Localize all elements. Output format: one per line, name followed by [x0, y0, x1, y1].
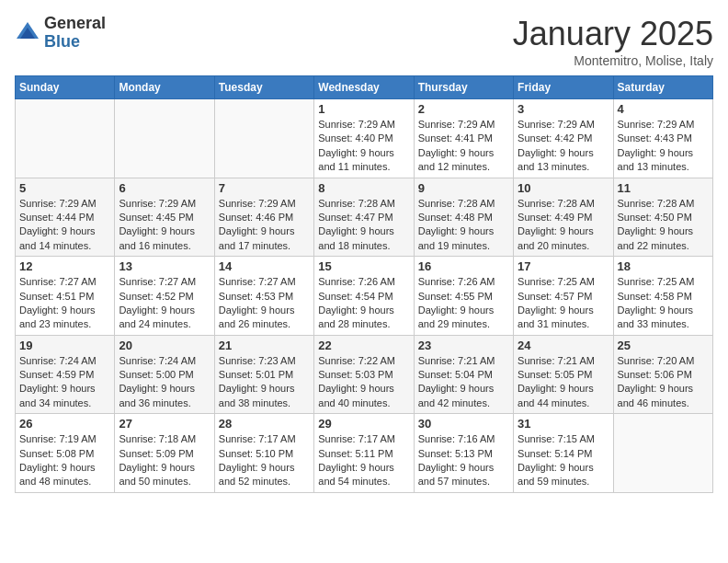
day-info: Sunrise: 7:28 AM Sunset: 4:48 PM Dayligh… — [418, 197, 509, 254]
day-info: Sunrise: 7:26 AM Sunset: 4:54 PM Dayligh… — [318, 275, 409, 332]
day-number: 28 — [219, 417, 310, 431]
week-row-1: 5Sunrise: 7:29 AM Sunset: 4:44 PM Daylig… — [16, 178, 713, 257]
day-info: Sunrise: 7:29 AM Sunset: 4:43 PM Dayligh… — [618, 118, 709, 175]
day-info: Sunrise: 7:28 AM Sunset: 4:50 PM Dayligh… — [618, 197, 709, 254]
title-block: January 2025 Montemitro, Molise, Italy — [513, 15, 713, 68]
calendar-cell: 31Sunrise: 7:15 AM Sunset: 5:14 PM Dayli… — [514, 414, 613, 493]
day-number: 8 — [318, 181, 409, 195]
day-number: 6 — [119, 181, 210, 195]
calendar-header: SundayMondayTuesdayWednesdayThursdayFrid… — [16, 76, 713, 99]
day-number: 22 — [318, 339, 409, 352]
calendar-cell: 8Sunrise: 7:28 AM Sunset: 4:47 PM Daylig… — [314, 178, 414, 257]
day-number: 31 — [518, 417, 609, 431]
day-info: Sunrise: 7:29 AM Sunset: 4:40 PM Dayligh… — [318, 118, 409, 175]
day-info: Sunrise: 7:24 AM Sunset: 4:59 PM Dayligh… — [19, 354, 110, 411]
location-subtitle: Montemitro, Molise, Italy — [513, 53, 713, 68]
day-info: Sunrise: 7:29 AM Sunset: 4:42 PM Dayligh… — [518, 118, 609, 175]
day-number: 26 — [19, 417, 110, 431]
day-number: 14 — [219, 259, 310, 273]
header-wednesday: Wednesday — [314, 76, 414, 99]
day-number: 3 — [518, 102, 609, 116]
day-number: 12 — [19, 259, 110, 273]
day-number: 21 — [219, 339, 310, 352]
day-info: Sunrise: 7:28 AM Sunset: 4:47 PM Dayligh… — [318, 197, 409, 254]
calendar-cell — [214, 99, 313, 178]
day-number: 17 — [518, 259, 609, 273]
day-info: Sunrise: 7:23 AM Sunset: 5:01 PM Dayligh… — [219, 354, 310, 411]
calendar-cell: 15Sunrise: 7:26 AM Sunset: 4:54 PM Dayli… — [314, 257, 414, 336]
header-monday: Monday — [115, 76, 214, 99]
calendar-cell: 11Sunrise: 7:28 AM Sunset: 4:50 PM Dayli… — [613, 178, 712, 257]
day-number: 4 — [618, 102, 709, 116]
calendar-cell: 17Sunrise: 7:25 AM Sunset: 4:57 PM Dayli… — [514, 257, 613, 336]
calendar-cell — [613, 414, 712, 493]
page-header: General Blue January 2025 Montemitro, Mo… — [15, 15, 713, 68]
day-number: 24 — [518, 339, 609, 352]
calendar-cell: 3Sunrise: 7:29 AM Sunset: 4:42 PM Daylig… — [514, 99, 613, 178]
day-number: 11 — [618, 181, 709, 195]
day-info: Sunrise: 7:19 AM Sunset: 5:08 PM Dayligh… — [19, 432, 110, 489]
header-tuesday: Tuesday — [214, 76, 313, 99]
calendar-cell: 21Sunrise: 7:23 AM Sunset: 5:01 PM Dayli… — [214, 335, 313, 414]
header-friday: Friday — [514, 76, 613, 99]
day-number: 23 — [418, 339, 509, 352]
month-title: January 2025 — [513, 15, 713, 53]
calendar-cell: 6Sunrise: 7:29 AM Sunset: 4:45 PM Daylig… — [115, 178, 214, 257]
logo-general: General — [44, 15, 106, 33]
day-info: Sunrise: 7:20 AM Sunset: 5:06 PM Dayligh… — [618, 354, 709, 411]
calendar-cell: 23Sunrise: 7:21 AM Sunset: 5:04 PM Dayli… — [414, 335, 513, 414]
day-number: 16 — [418, 259, 509, 273]
header-thursday: Thursday — [414, 76, 513, 99]
day-info: Sunrise: 7:27 AM Sunset: 4:51 PM Dayligh… — [19, 275, 110, 332]
calendar-cell: 18Sunrise: 7:25 AM Sunset: 4:58 PM Dayli… — [613, 257, 712, 336]
logo-text: General Blue — [44, 15, 106, 52]
day-number: 10 — [518, 181, 609, 195]
day-number: 20 — [119, 339, 210, 352]
calendar-cell: 26Sunrise: 7:19 AM Sunset: 5:08 PM Dayli… — [16, 414, 115, 493]
day-info: Sunrise: 7:27 AM Sunset: 4:53 PM Dayligh… — [219, 275, 310, 332]
calendar-cell — [16, 99, 115, 178]
day-info: Sunrise: 7:27 AM Sunset: 4:52 PM Dayligh… — [119, 275, 210, 332]
calendar-cell: 19Sunrise: 7:24 AM Sunset: 4:59 PM Dayli… — [16, 335, 115, 414]
logo: General Blue — [15, 15, 106, 52]
day-number: 1 — [318, 102, 409, 116]
calendar-cell: 28Sunrise: 7:17 AM Sunset: 5:10 PM Dayli… — [214, 414, 313, 493]
day-number: 2 — [418, 102, 509, 116]
day-info: Sunrise: 7:17 AM Sunset: 5:11 PM Dayligh… — [318, 432, 409, 489]
calendar-cell: 7Sunrise: 7:29 AM Sunset: 4:46 PM Daylig… — [214, 178, 313, 257]
header-saturday: Saturday — [613, 76, 712, 99]
week-row-4: 26Sunrise: 7:19 AM Sunset: 5:08 PM Dayli… — [16, 414, 713, 493]
calendar-cell: 9Sunrise: 7:28 AM Sunset: 4:48 PM Daylig… — [414, 178, 513, 257]
day-info: Sunrise: 7:24 AM Sunset: 5:00 PM Dayligh… — [119, 354, 210, 411]
calendar-table: SundayMondayTuesdayWednesdayThursdayFrid… — [15, 75, 713, 493]
day-info: Sunrise: 7:16 AM Sunset: 5:13 PM Dayligh… — [418, 432, 509, 489]
week-row-0: 1Sunrise: 7:29 AM Sunset: 4:40 PM Daylig… — [16, 99, 713, 178]
day-info: Sunrise: 7:21 AM Sunset: 5:05 PM Dayligh… — [518, 354, 609, 411]
day-number: 25 — [618, 339, 709, 352]
day-info: Sunrise: 7:15 AM Sunset: 5:14 PM Dayligh… — [518, 432, 609, 489]
calendar-cell: 12Sunrise: 7:27 AM Sunset: 4:51 PM Dayli… — [16, 257, 115, 336]
day-number: 13 — [119, 259, 210, 273]
day-info: Sunrise: 7:28 AM Sunset: 4:49 PM Dayligh… — [518, 197, 609, 254]
calendar-cell: 29Sunrise: 7:17 AM Sunset: 5:11 PM Dayli… — [314, 414, 414, 493]
day-number: 29 — [318, 417, 409, 431]
day-number: 30 — [418, 417, 509, 431]
day-info: Sunrise: 7:22 AM Sunset: 5:03 PM Dayligh… — [318, 354, 409, 411]
day-number: 18 — [618, 259, 709, 273]
day-info: Sunrise: 7:29 AM Sunset: 4:45 PM Dayligh… — [119, 197, 210, 254]
week-row-2: 12Sunrise: 7:27 AM Sunset: 4:51 PM Dayli… — [16, 257, 713, 336]
day-number: 7 — [219, 181, 310, 195]
calendar-cell: 22Sunrise: 7:22 AM Sunset: 5:03 PM Dayli… — [314, 335, 414, 414]
calendar-cell: 27Sunrise: 7:18 AM Sunset: 5:09 PM Dayli… — [115, 414, 214, 493]
calendar-cell — [115, 99, 214, 178]
calendar-cell: 16Sunrise: 7:26 AM Sunset: 4:55 PM Dayli… — [414, 257, 513, 336]
calendar-cell: 30Sunrise: 7:16 AM Sunset: 5:13 PM Dayli… — [414, 414, 513, 493]
day-info: Sunrise: 7:25 AM Sunset: 4:57 PM Dayligh… — [518, 275, 609, 332]
calendar-cell: 2Sunrise: 7:29 AM Sunset: 4:41 PM Daylig… — [414, 99, 513, 178]
header-row: SundayMondayTuesdayWednesdayThursdayFrid… — [16, 76, 713, 99]
calendar-cell: 20Sunrise: 7:24 AM Sunset: 5:00 PM Dayli… — [115, 335, 214, 414]
day-number: 19 — [19, 339, 110, 352]
day-number: 9 — [418, 181, 509, 195]
day-number: 27 — [119, 417, 210, 431]
week-row-3: 19Sunrise: 7:24 AM Sunset: 4:59 PM Dayli… — [16, 335, 713, 414]
